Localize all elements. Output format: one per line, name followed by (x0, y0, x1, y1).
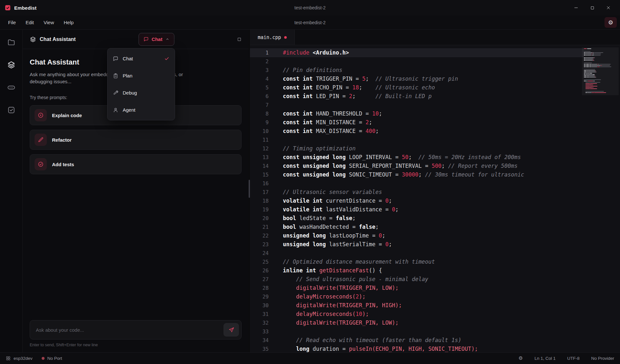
code-line[interactable]: 1#include <Arduino.h> (250, 48, 620, 57)
send-button[interactable] (223, 323, 239, 337)
menu-help[interactable]: Help (59, 18, 78, 27)
line-number: 34 (250, 336, 269, 345)
provider[interactable]: No Provider (591, 356, 614, 361)
code-line[interactable]: 27 // Send ultrasonic pulse - minimal de… (250, 275, 620, 284)
chat-mode-label: Chat (152, 36, 162, 42)
code-line[interactable]: 2 (250, 57, 620, 66)
menu-file[interactable]: File (3, 18, 21, 27)
code-text: unsigned long lastLoopTime = 0; (283, 231, 385, 240)
statusbar-device[interactable]: esp32dev (6, 356, 33, 361)
code-line[interactable]: 3// Pin definitions (250, 66, 620, 75)
tab-main-cpp[interactable]: main.cpp (250, 30, 295, 45)
menu-view[interactable]: View (39, 18, 59, 27)
line-number: 6 (250, 92, 269, 101)
code-line[interactable]: 15const unsigned long SONIC_TIMEOUT = 30… (250, 170, 620, 179)
prompt-label: Explain code (52, 113, 82, 118)
line-number: 14 (250, 162, 269, 170)
code-line[interactable]: 17// Ultrasonic sensor variables (250, 188, 620, 197)
code-line[interactable]: 12// Timing optimization (250, 144, 620, 153)
code-line[interactable]: 16 (250, 179, 620, 188)
dropdown-item-agent[interactable]: Agent (108, 101, 175, 118)
settings-button[interactable]: ⚙ (604, 17, 617, 28)
code-text: // Pin definitions (283, 66, 342, 75)
menu-edit[interactable]: Edit (21, 18, 39, 27)
code-editor[interactable]: 1#include <Arduino.h>23// Pin definition… (250, 45, 620, 352)
code-line[interactable]: 34 // Read echo with timeout (faster tha… (250, 336, 620, 345)
activity-explorer[interactable] (7, 38, 16, 48)
chat-mode-button[interactable]: Chat (139, 33, 174, 46)
line-number: 31 (250, 310, 269, 318)
code-line[interactable]: 9const int MIN_DISTANCE = 2; (250, 118, 620, 127)
code-line[interactable]: 21bool wasHandDetected = false; (250, 223, 620, 231)
statusbar-port[interactable]: No Port (42, 356, 62, 361)
statusbar-gear-icon[interactable]: ⚙ (519, 356, 523, 361)
code-line[interactable]: 33 (250, 327, 620, 336)
dropdown-item-chat[interactable]: Chat (108, 50, 175, 67)
cursor-position[interactable]: Ln 1, Col 1 (534, 356, 555, 361)
debug-icon (113, 90, 119, 96)
code-line[interactable]: 6const int LED_PIN = 2; // Built-in LED … (250, 92, 620, 101)
line-number: 15 (250, 170, 269, 179)
code-line[interactable]: 13const unsigned long LOOP_INTERVAL = 50… (250, 153, 620, 162)
line-number: 5 (250, 83, 269, 92)
code-line[interactable]: 18volatile int currentDistance = 0; (250, 197, 620, 205)
code-line[interactable]: 20bool ledState = false; (250, 214, 620, 223)
code-text: const int LED_PIN = 2; // Built-in LED p (283, 92, 432, 101)
activitybar (0, 30, 23, 352)
code-line[interactable]: 26inline int getDistanceFast() { (250, 266, 620, 275)
editor: main.cpp 1#include <Arduino.h>23// Pin d… (250, 30, 620, 352)
code-line[interactable]: 23unsigned long lastSerialTime = 0; (250, 240, 620, 249)
code-line[interactable]: 25// Optimized distance measurement with… (250, 258, 620, 266)
close-button[interactable] (601, 2, 615, 13)
encoding[interactable]: UTF-8 (567, 356, 579, 361)
activity-tasks[interactable] (7, 106, 16, 116)
gear-icon: ⚙ (608, 20, 613, 25)
code-line[interactable]: 22unsigned long lastLoopTime = 0; (250, 231, 620, 240)
line-number: 32 (250, 318, 269, 327)
menubar-items: FileEditViewHelp (3, 18, 78, 27)
code-line[interactable]: 28 digitalWrite(TRIGGER_PIN, LOW); (250, 284, 620, 292)
code-line[interactable]: 14const unsigned long SERIAL_REPORT_INTE… (250, 162, 620, 170)
code-line[interactable]: 8const int HAND_THRESHOLD = 10; (250, 109, 620, 118)
minimap[interactable] (584, 45, 620, 352)
code-line[interactable]: 10const int MAX_DISTANCE = 400; (250, 127, 620, 136)
refactor-icon (37, 136, 44, 143)
chevron-up-icon (165, 37, 170, 41)
line-number: 3 (250, 66, 269, 75)
code-text: #include <Arduino.h> (283, 48, 349, 57)
line-number: 17 (250, 188, 269, 197)
line-number: 22 (250, 231, 269, 240)
line-number: 11 (250, 136, 269, 144)
code-line[interactable]: 32 digitalWrite(TRIGGER_PIN, LOW); (250, 318, 620, 327)
code-line[interactable]: 11 (250, 136, 620, 144)
chat-icon (113, 56, 119, 62)
app-window: Embedist test-embedist-2 FileEditViewHel… (0, 0, 620, 364)
code-text: const int MAX_DISTANCE = 400; (283, 127, 379, 136)
code-text: // Ultrasonic sensor variables (283, 188, 382, 197)
prompt-label: Add tests (52, 162, 74, 167)
prompt-label: Refactor (52, 137, 72, 143)
dropdown-item-plan[interactable]: Plan (108, 67, 175, 84)
activity-serial-monitor[interactable] (7, 83, 16, 93)
code-line[interactable]: 24 (250, 249, 620, 258)
dropdown-item-debug[interactable]: Debug (108, 84, 175, 101)
code-line[interactable]: 30 digitalWrite(TRIGGER_PIN, HIGH); (250, 301, 620, 310)
code-line[interactable]: 7 (250, 101, 620, 109)
device-label: esp32dev (14, 356, 33, 361)
prompt-card-refactor[interactable]: Refactor (30, 130, 242, 150)
minimize-button[interactable] (569, 2, 583, 13)
maximize-button[interactable] (585, 2, 599, 13)
code-line[interactable]: 4const int TRIGGER_PIN = 5; // Ultrasoni… (250, 75, 620, 83)
line-number: 2 (250, 57, 269, 66)
activity-chat-assistant[interactable] (7, 61, 16, 70)
code-line[interactable]: 29 delayMicroseconds(2); (250, 292, 620, 301)
prompt-card-add-tests[interactable]: Add tests (30, 154, 242, 174)
line-number: 18 (250, 197, 269, 205)
chat-input[interactable] (30, 320, 242, 339)
code-line[interactable]: 31 delayMicroseconds(10); (250, 310, 620, 318)
code-line[interactable]: 35 long duration = pulseIn(ECHO_PIN, HIG… (250, 345, 620, 352)
panel-toggle-icon[interactable] (237, 37, 242, 42)
code-line[interactable]: 19volatile int lastValidDistance = 0; (250, 205, 620, 214)
code-line[interactable]: 5const int ECHO_PIN = 18; // Ultrasonic … (250, 83, 620, 92)
minimap-viewport[interactable] (582, 47, 619, 95)
